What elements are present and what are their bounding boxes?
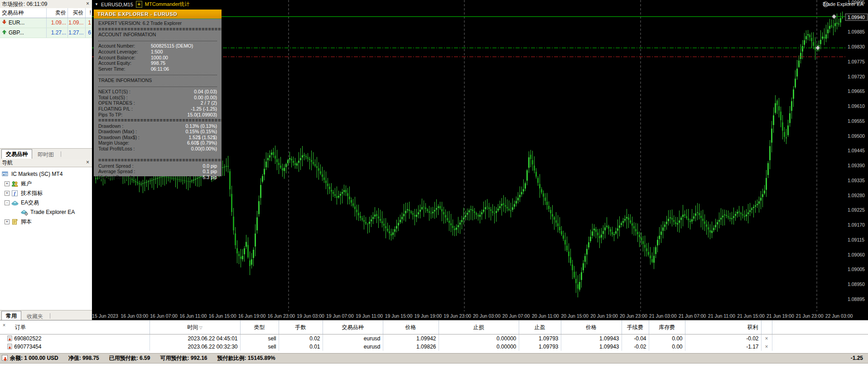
bid-cell: 1.27... [47, 28, 68, 38]
ea-separator: ========================================… [94, 26, 222, 32]
navigator-item-label: IC Markets (SC) MT4 [11, 170, 63, 179]
navigator-item-账户[interactable]: +账户 [0, 179, 92, 189]
time-axis-label: 16 Jun 23:00 [267, 313, 295, 319]
order-cell-价格: 1.09943 [561, 334, 622, 343]
column-header-价格[interactable]: 价格 [383, 320, 439, 334]
ea-stat-label: Account Equity: [98, 60, 131, 66]
ea-stat-label: FLOATING P/L : [98, 106, 133, 112]
expand-icon[interactable]: + [5, 219, 10, 224]
market-watch-row[interactable]: EUR...1.09...1.09...1 [0, 18, 92, 28]
price-axis-label: 1.09665 [848, 88, 865, 94]
ea-dotted-separator [94, 83, 222, 89]
order-cell-价格: 1.09942 [383, 334, 439, 343]
column-header-价格[interactable]: 价格 [561, 320, 622, 334]
ea-stat-label: Server Time: [98, 66, 125, 72]
column-header-时间[interactable]: 时间 ▽ [149, 320, 240, 334]
close-icon[interactable]: × [1, 323, 7, 328]
price-axis-label: 1.09610 [848, 103, 865, 109]
navigator-item-Trade Explorer EA[interactable]: Trade Explorer EA [0, 208, 92, 217]
close-icon[interactable]: × [85, 1, 91, 7]
time-axis-label: 16 Jun 07:00 [150, 313, 178, 319]
column-header-手数[interactable]: 手数 [279, 320, 323, 334]
order-row[interactable]: 6908025222023.06.22 04:45:01sell0.02euru… [0, 334, 868, 343]
column-header-止损[interactable]: 止损 [439, 320, 519, 334]
ea-info-panel: TRADE EXPLORER - EURUSD EXPERT VERSION: … [94, 10, 222, 176]
ea-stat-row: Server Time:06:11:06 [94, 66, 222, 72]
navigator-item-技术指标[interactable]: +f技术指标 [0, 189, 92, 198]
navigator-tree: IC Markets (SC) MT4+账户+f技术指标-EA交易Trade E… [0, 167, 92, 227]
ea-stat-row: Drawdown (Max$) :1.52$ (1.52$) [94, 135, 222, 141]
column-header-手续费[interactable]: 手续费 [622, 320, 649, 334]
column-header-symbol[interactable]: 交易品种 [0, 8, 47, 18]
column-header-库存费[interactable]: 库存费 [649, 320, 685, 334]
ea-stat-label: Pips To TP: [98, 112, 122, 118]
column-header-订单[interactable]: 订单 [0, 320, 149, 334]
column-header-获利[interactable]: 获利 [685, 320, 761, 334]
price-axis-label: 1.09280 [848, 193, 865, 198]
time-axis-label: 20 Jun 03:00 [473, 313, 501, 319]
time-axis-label: 19 Jun 23:00 [444, 313, 471, 319]
price-axis-label: 1.09335 [848, 178, 865, 183]
column-header-alert[interactable]: ! [86, 8, 92, 18]
ea-stat-label: NEXT LOT(S) : [98, 89, 130, 95]
market-watch-header-row: 交易品种 卖价 买价 ! [0, 8, 92, 18]
arrow-down-icon [2, 18, 7, 28]
column-header-止盈[interactable]: 止盈 [519, 320, 561, 334]
price-axis-label: 1.09115 [848, 237, 864, 242]
navigator-titlebar: 导航 × [0, 159, 92, 167]
close-order-button[interactable]: × [761, 334, 772, 343]
add-indicator-button[interactable]: + [136, 1, 142, 8]
ea-stat-label: Account Leverage: [98, 49, 138, 54]
expand-icon[interactable]: + [5, 181, 10, 186]
navigator-item-IC Markets (SC) MT4[interactable]: IC Markets (SC) MT4 [0, 170, 92, 179]
ea-icon [11, 199, 19, 206]
chevron-down-icon[interactable]: ▼ [95, 2, 98, 6]
time-axis-label: 21 Jun 11:00 [708, 313, 735, 319]
ask-cell: 1.09... [68, 18, 86, 28]
ea-stat-value: 0.0 pip [203, 163, 217, 169]
ea-stat-label: Drawdown : [98, 123, 123, 129]
accounts-icon [11, 180, 19, 187]
tab-divider [50, 313, 50, 319]
ea-stat-value: 0.00 (0.00) [194, 95, 217, 101]
column-header-ask[interactable]: 买价 [68, 8, 86, 18]
order-cell-获利: -0.02 [685, 334, 761, 343]
column-header-类型[interactable]: 类型 [240, 320, 279, 334]
ea-stat-label: Current Spread : [98, 163, 134, 169]
order-cell-止损: 0.00000 [439, 343, 519, 351]
close-order-button[interactable]: × [761, 343, 772, 351]
market-watch-table: 交易品种 卖价 买价 ! EUR...1.09...1.09...1GBP...… [0, 8, 92, 38]
time-axis-label: 20 Jun 07:00 [502, 313, 530, 319]
market-watch-row[interactable]: GBP...1.27...1.27...6 [0, 28, 92, 38]
price-axis-label: 1.09500 [848, 133, 865, 139]
ea-stat-label: OPEN TRADES : [98, 100, 135, 106]
expand-icon[interactable]: + [5, 191, 10, 196]
navigator-item-脚本[interactable]: +脚本 [0, 217, 92, 227]
order-cell-止盈: 1.09793 [519, 334, 561, 343]
navigator-item-label: 账户 [21, 179, 32, 189]
order-cell-库存费: 0.00 [649, 334, 685, 343]
order-cell-交易品种: eurusd [323, 334, 383, 343]
navigator-title: 导航 [2, 160, 13, 166]
ea-stat-row: Total Profit/Loss :0.00(0.00%) [94, 146, 222, 152]
column-header-bid[interactable]: 卖价 [47, 8, 68, 18]
ea-stat-row: FLOATING P/L :-1.25 (-1.25) [94, 106, 222, 112]
ea-stat-row: Drawdown (Max) :0.15% (0.15%) [94, 129, 222, 135]
order-cell-止盈: 1.09793 [519, 343, 561, 351]
collapse-icon[interactable]: - [5, 200, 10, 205]
navigator-item-EA交易[interactable]: -EA交易 [0, 198, 92, 208]
order-cell-订单: 690802522 [0, 334, 149, 343]
order-cell-止损: 0.00000 [439, 334, 519, 343]
order-row[interactable]: 6907734542023.06.22 00:32:30sell0.01euru… [0, 343, 868, 351]
column-header-交易品种[interactable]: 交易品种 [323, 320, 383, 334]
ea-panel-body: EXPERT VERSION: 6.2 Trade Explorer======… [94, 19, 222, 180]
order-cell-手数: 0.01 [279, 343, 323, 351]
price-axis-label: 1.09830 [848, 44, 865, 49]
chart-area[interactable]: 1.099951.099401.098851.098301.097751.097… [92, 0, 868, 320]
smiley-icon[interactable] [823, 1, 829, 7]
navigator-item-label: 技术指标 [21, 189, 43, 198]
orders-table: 订单时间 ▽类型手数交易品种价格止损止盈价格手续费库存费获利 690802522… [0, 320, 868, 351]
navigator-item-label: EA交易 [21, 198, 39, 208]
close-icon[interactable]: × [85, 160, 91, 165]
order-cell-手续费: -0.02 [622, 343, 649, 351]
